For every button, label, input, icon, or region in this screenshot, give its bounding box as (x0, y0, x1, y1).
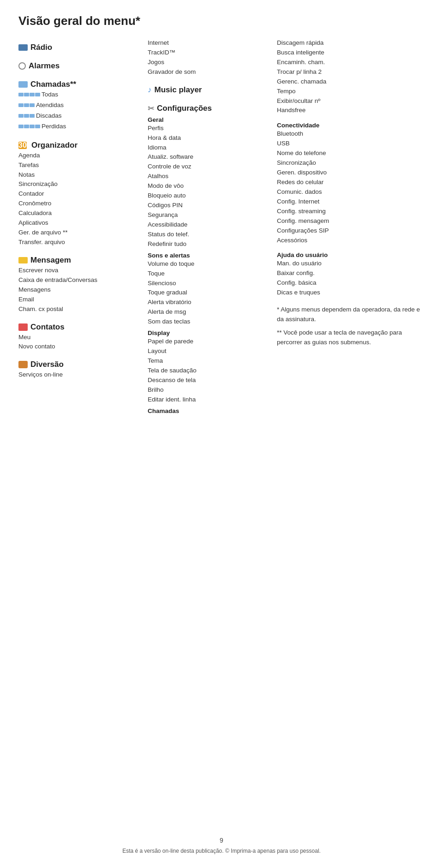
mensagem-items: Escrever nova Caixa de entrada/Conversas… (18, 266, 143, 314)
config-geral-heading: Geral (148, 116, 272, 123)
msg-icon (18, 257, 28, 263)
diversao-icon (18, 361, 28, 368)
section-diversao: Diversão (18, 360, 143, 369)
column-2: Internet TrackID™ Jogos Gravador de som … (148, 38, 277, 415)
calls-row-discadas: Discadas (18, 111, 143, 121)
section-music: ♪ Music player (148, 85, 272, 95)
calls-row-todas: Todas (18, 90, 143, 100)
section-alarmes: Alarmes (18, 61, 143, 71)
config-sons-heading: Sons e alertas (148, 252, 272, 259)
conectividade-items: Bluetooth USB Nome do telefone Sincroniz… (277, 129, 420, 245)
radio-icon (18, 44, 28, 51)
section-config: ✂ Configurações (148, 104, 272, 114)
config-display-items: Papel de parede Layout Tema Tela de saud… (148, 337, 272, 404)
section-organizador: 30 Organizador (18, 141, 143, 150)
config-sons-items: Volume do toque Toque Silencioso Toque g… (148, 259, 272, 327)
section-contatos: Contatos (18, 323, 143, 332)
config-icon: ✂ (148, 104, 154, 114)
calls-boxes-todas (18, 93, 40, 96)
organizer-icon: 30 (18, 142, 27, 149)
section-radio: Rádio (18, 43, 143, 52)
page-number: 9 (0, 837, 443, 844)
menu-grid: Rádio Alarmes Chamadas** (18, 38, 425, 415)
internet-items: Internet TrackID™ Jogos Gravador de som (148, 38, 272, 77)
conectividade-heading: Conectividade (277, 122, 420, 129)
ajuda-heading: Ajuda do usuário (277, 251, 420, 258)
column-1: Rádio Alarmes Chamadas** (18, 38, 148, 380)
contatos-items: Meu Novo contato (18, 333, 143, 352)
col3-top-items: Discagem rápida Busca inteligente Encami… (277, 38, 420, 115)
config-chamadas-heading: Chamadas (148, 407, 272, 414)
notes: * Alguns menus dependem da operadora, da… (277, 305, 420, 347)
alarm-icon (18, 62, 26, 70)
footer-text: Esta é a versão on-line desta publicação… (0, 848, 443, 854)
calls-row-perdidas: Perdidas (18, 122, 143, 132)
music-icon: ♪ (148, 85, 152, 95)
contacts-icon (18, 323, 28, 331)
calls-grid: Todas Atendidas (18, 90, 143, 132)
chamadas-items: Todas Atendidas (18, 90, 143, 132)
config-geral-items: Perfis Hora & data Idioma Atualiz. softw… (148, 124, 272, 249)
section-mensagem: Mensagem (18, 256, 143, 265)
column-3: Discagem rápida Busca inteligente Encami… (277, 38, 425, 347)
calls-boxes-atendidas (18, 103, 35, 107)
config-display-heading: Display (148, 329, 272, 336)
page-title: Visão geral do menu* (18, 14, 425, 28)
ajuda-items: Man. do usuário Baixar config. Config. b… (277, 259, 420, 298)
page-footer: 9 Esta é a versão on-line desta publicaç… (0, 837, 443, 854)
calls-boxes-discadas (18, 114, 35, 118)
calls-icon (18, 81, 28, 88)
calls-boxes-perdidas (18, 125, 40, 128)
diversao-items: Serviços on-line (18, 370, 143, 380)
organizador-items: Agenda Tarefas Notas Sincronização Conta… (18, 151, 143, 247)
page-container: Visão geral do menu* Rádio Alarmes Chama… (0, 0, 443, 452)
section-chamadas: Chamadas** (18, 80, 143, 89)
calls-row-atendidas: Atendidas (18, 101, 143, 110)
